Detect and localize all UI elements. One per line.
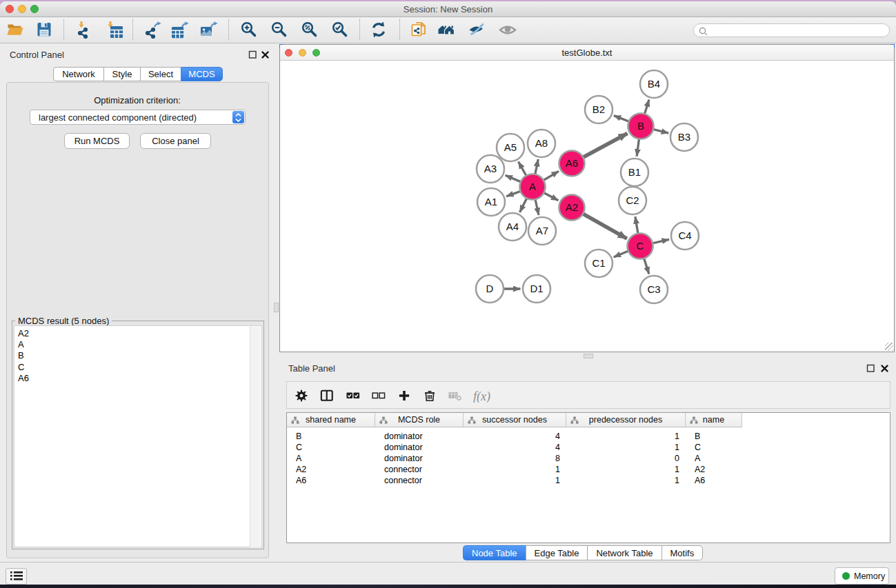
- scrollbar-track[interactable]: [250, 327, 261, 547]
- run-mcds-button[interactable]: Run MCDS: [64, 133, 130, 149]
- tab-style[interactable]: Style: [103, 67, 140, 81]
- hide-details-icon[interactable]: [468, 21, 486, 39]
- mcds-result-item[interactable]: A6: [14, 373, 261, 384]
- graph-node-C4[interactable]: C4: [671, 222, 699, 250]
- delete-table-icon[interactable]: [448, 389, 462, 403]
- close-panel-button[interactable]: Close panel: [140, 133, 211, 149]
- tab-motifs[interactable]: Motifs: [661, 545, 704, 560]
- graph-node-A3[interactable]: A3: [477, 155, 504, 183]
- column-header-predecessor-nodes[interactable]: predecessor nodes: [566, 413, 686, 427]
- graph-node-C3[interactable]: C3: [640, 276, 668, 303]
- export-network-icon[interactable]: [143, 21, 161, 39]
- table-row[interactable]: Adominator80A: [287, 453, 890, 464]
- control-panel-float-icon[interactable]: [248, 50, 257, 59]
- graph-node-A8[interactable]: A8: [528, 130, 555, 157]
- graph-node-A7[interactable]: A7: [528, 217, 556, 245]
- refresh-icon[interactable]: [370, 21, 388, 39]
- table-row[interactable]: A6connector11A6: [287, 475, 890, 486]
- show-eye-icon[interactable]: [499, 21, 517, 39]
- memory-button[interactable]: Memory: [835, 567, 889, 585]
- cell: B: [287, 431, 375, 442]
- svg-text:f(x): f(x): [473, 389, 490, 403]
- graph-node-A6[interactable]: A6: [559, 151, 585, 176]
- cell: A: [287, 453, 375, 464]
- graph-node-D[interactable]: D: [476, 275, 504, 303]
- mcds-result-item[interactable]: A: [14, 339, 261, 350]
- graph-node-B4[interactable]: B4: [640, 70, 668, 98]
- graph-node-C[interactable]: C: [628, 234, 653, 259]
- add-column-icon[interactable]: [397, 389, 411, 403]
- select-all-icon[interactable]: [346, 389, 360, 403]
- table-row[interactable]: A2connector11A2: [287, 464, 890, 475]
- table-row[interactable]: Bdominator41B: [287, 431, 890, 442]
- cell: A2: [287, 464, 375, 475]
- delete-column-icon[interactable]: [423, 389, 437, 403]
- graph-node-B2[interactable]: B2: [585, 96, 613, 123]
- tab-node-table[interactable]: Node Table: [463, 545, 526, 560]
- graph-node-B[interactable]: B: [628, 114, 654, 139]
- graph-node-A2[interactable]: A2: [559, 195, 585, 221]
- mcds-result-list[interactable]: A2ABCA6: [14, 325, 262, 547]
- home-layout-icon[interactable]: [437, 21, 455, 39]
- search-input[interactable]: [693, 23, 890, 37]
- table-panel-close-icon[interactable]: [880, 364, 889, 373]
- optimization-criterion-dropdown[interactable]: largest connected component (directed): [30, 110, 246, 125]
- zoom-in-icon[interactable]: [240, 21, 258, 39]
- graph-node-A4[interactable]: A4: [499, 213, 526, 241]
- cell: C: [287, 442, 375, 453]
- svg-text:A: A: [529, 181, 536, 192]
- import-network-icon[interactable]: [74, 21, 92, 39]
- graph-node-A5[interactable]: A5: [497, 134, 524, 161]
- column-layout-icon[interactable]: [320, 389, 334, 403]
- graph-node-C1[interactable]: C1: [585, 250, 613, 277]
- import-table-icon[interactable]: [106, 21, 123, 39]
- toolbar-separator: [63, 19, 64, 40]
- zoom-fit-icon[interactable]: [301, 21, 319, 39]
- mcds-result-item[interactable]: A2: [14, 328, 261, 339]
- table-panel-float-icon[interactable]: [866, 364, 875, 373]
- mcds-result-group: MCDS result (5 nodes) A2ABCA6: [12, 321, 264, 549]
- dropdown-value: largest connected component (directed): [39, 112, 197, 123]
- tab-edge-table[interactable]: Edge Table: [526, 545, 588, 560]
- control-panel-close-icon[interactable]: [261, 50, 270, 59]
- graph-node-C2[interactable]: C2: [619, 187, 646, 214]
- open-folder-icon[interactable]: [6, 21, 24, 39]
- svg-text:A1: A1: [485, 196, 497, 207]
- mcds-result-title: MCDS result (5 nodes): [15, 316, 112, 326]
- tab-select[interactable]: Select: [140, 67, 181, 81]
- resize-grip-icon[interactable]: [885, 343, 893, 351]
- network-graph[interactable]: B4B2BB3A5A8A6A3B1AA1C2A2A4A7C4CC1C3DD1: [280, 61, 894, 352]
- column-header-shared-name[interactable]: shared name: [287, 413, 375, 427]
- column-header-MCDS-role[interactable]: MCDS role: [375, 413, 464, 427]
- graph-node-B1[interactable]: B1: [621, 159, 648, 186]
- column-header-name[interactable]: name: [686, 413, 742, 427]
- graph-node-B3[interactable]: B3: [670, 123, 698, 151]
- function-builder-icon[interactable]: f(x): [472, 389, 493, 403]
- graph-node-A[interactable]: A: [520, 174, 546, 200]
- export-table-icon[interactable]: [171, 21, 189, 39]
- column-header-successor-nodes[interactable]: successor nodes: [464, 413, 566, 427]
- mcds-result-item[interactable]: C: [14, 362, 261, 373]
- tab-mcds[interactable]: MCDS: [181, 67, 223, 81]
- settings-gear-icon[interactable]: [295, 389, 308, 403]
- tab-network[interactable]: Network: [53, 67, 103, 81]
- mcds-result-item[interactable]: B: [14, 350, 261, 361]
- export-image-icon[interactable]: [200, 21, 218, 39]
- horizontal-splitter-handle[interactable]: [584, 354, 593, 358]
- cell: C: [686, 442, 742, 453]
- tab-network-table[interactable]: Network Table: [587, 545, 661, 560]
- cell: A6: [686, 475, 742, 486]
- deselect-all-icon[interactable]: [372, 389, 386, 403]
- graph-node-D1[interactable]: D1: [523, 275, 550, 303]
- table-toolbar: f(x): [286, 381, 890, 409]
- zoom-selected-icon[interactable]: [331, 21, 349, 39]
- graph-node-A1[interactable]: A1: [477, 188, 505, 216]
- cell: connector: [375, 464, 464, 475]
- svg-text:A7: A7: [536, 225, 548, 236]
- copy-network-icon[interactable]: [410, 21, 428, 39]
- save-session-icon[interactable]: [35, 21, 53, 39]
- zoom-out-icon[interactable]: [270, 21, 288, 39]
- task-history-button[interactable]: [6, 568, 27, 585]
- table-row[interactable]: Cdominator41C: [287, 442, 890, 453]
- vertical-splitter-handle[interactable]: [274, 303, 279, 312]
